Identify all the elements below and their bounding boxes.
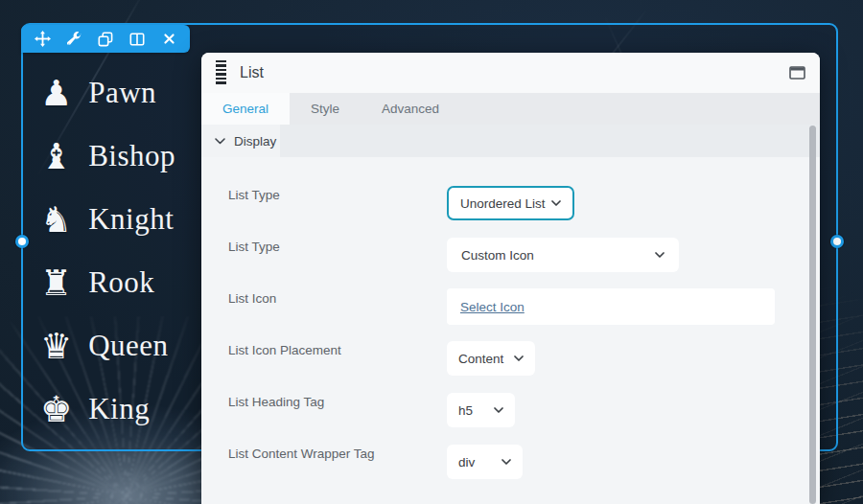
chevron-down-icon <box>655 252 665 259</box>
chess-bishop-icon: ♝ <box>40 139 72 174</box>
select-value: h5 <box>458 403 473 418</box>
chevron-down-icon <box>215 138 225 145</box>
list-item-label: Queen <box>88 329 168 363</box>
selection-handle-right[interactable] <box>830 235 844 248</box>
icon-picker-box: Select Icon <box>447 288 775 325</box>
list-type-select[interactable]: Unordered List <box>447 186 574 220</box>
icon-type-select[interactable]: Custom Icon <box>447 238 679 272</box>
field-list-type-1: List Type Unordered List <box>201 177 820 229</box>
panel-tabs: General Style Advanced <box>201 93 820 125</box>
tab-general[interactable]: General <box>201 93 290 125</box>
heading-tag-select[interactable]: h5 <box>447 393 515 427</box>
chevron-down-icon <box>551 200 561 207</box>
section-label: Display <box>234 134 276 149</box>
field-list-icon: List Icon Select Icon <box>201 281 820 332</box>
field-label: List Icon <box>228 291 447 306</box>
field-label: List Content Wrapper Tag <box>228 447 447 461</box>
move-icon[interactable] <box>30 27 55 52</box>
chevron-down-icon <box>494 407 503 414</box>
list-item-label: Pawn <box>88 76 156 110</box>
select-icon-link[interactable]: Select Icon <box>460 300 525 314</box>
field-label: List Type <box>228 188 447 202</box>
list-item-label: Bishop <box>88 139 175 173</box>
field-label: List Heading Tag <box>228 395 447 409</box>
window-dock-icon[interactable] <box>788 65 805 80</box>
chevron-down-icon <box>501 459 511 466</box>
list-widget[interactable]: ♟ Pawn ♝ Bishop ♞ Knight ♜ Rook ♛ Queen … <box>40 61 175 441</box>
panel-scrollbar[interactable] <box>809 126 816 504</box>
panel-title: List <box>240 64 264 81</box>
chess-knight-icon: ♞ <box>40 202 72 238</box>
field-icon-placement: List Icon Placement Content <box>201 332 820 384</box>
select-value: Content <box>458 352 503 366</box>
element-toolbar <box>21 25 190 53</box>
chevron-down-icon <box>514 355 524 362</box>
wrench-icon[interactable] <box>61 27 86 52</box>
list-item: ♟ Pawn <box>40 61 175 125</box>
chess-queen-icon: ♛ <box>40 329 72 364</box>
section-display[interactable]: Display <box>201 125 820 157</box>
columns-icon[interactable] <box>125 27 150 52</box>
settings-panel: List General Style Advanced Display List… <box>201 53 820 504</box>
field-label: List Icon Placement <box>228 343 447 357</box>
list-item-label: Knight <box>88 202 174 237</box>
clone-icon[interactable] <box>93 27 118 52</box>
selection-handle-left[interactable] <box>15 235 29 248</box>
select-value: Unordered List <box>460 196 546 211</box>
list-item-label: King <box>88 392 150 426</box>
list-item-label: Rook <box>88 265 154 300</box>
tab-advanced[interactable]: Advanced <box>361 93 460 125</box>
select-value: Custom Icon <box>461 248 534 263</box>
chess-pawn-icon: ♟ <box>40 76 72 111</box>
list-item: ♛ Queen <box>40 314 175 378</box>
fields-area: List Type Unordered List List Type Custo… <box>201 157 820 488</box>
select-value: div <box>458 455 475 470</box>
tab-style[interactable]: Style <box>290 93 361 125</box>
icon-placement-select[interactable]: Content <box>447 341 535 376</box>
panel-header: List <box>201 53 820 93</box>
drag-handle-icon[interactable] <box>216 60 226 86</box>
field-heading-tag: List Heading Tag h5 <box>201 384 820 436</box>
list-item: ♚ King <box>40 378 175 441</box>
chess-rook-icon: ♜ <box>40 265 72 301</box>
close-icon[interactable] <box>156 27 181 52</box>
chess-king-icon: ♚ <box>40 392 72 427</box>
field-label: List Type <box>228 240 447 254</box>
field-list-type-2: List Type Custom Icon <box>201 229 820 281</box>
field-wrapper-tag: List Content Wrapper Tag div <box>201 436 820 488</box>
list-item: ♜ Rook <box>40 251 175 314</box>
editor-canvas: ♟ Pawn ♝ Bishop ♞ Knight ♜ Rook ♛ Queen … <box>0 0 863 504</box>
list-item: ♝ Bishop <box>40 125 175 188</box>
list-item: ♞ Knight <box>40 188 175 251</box>
wrapper-tag-select[interactable]: div <box>447 445 523 479</box>
